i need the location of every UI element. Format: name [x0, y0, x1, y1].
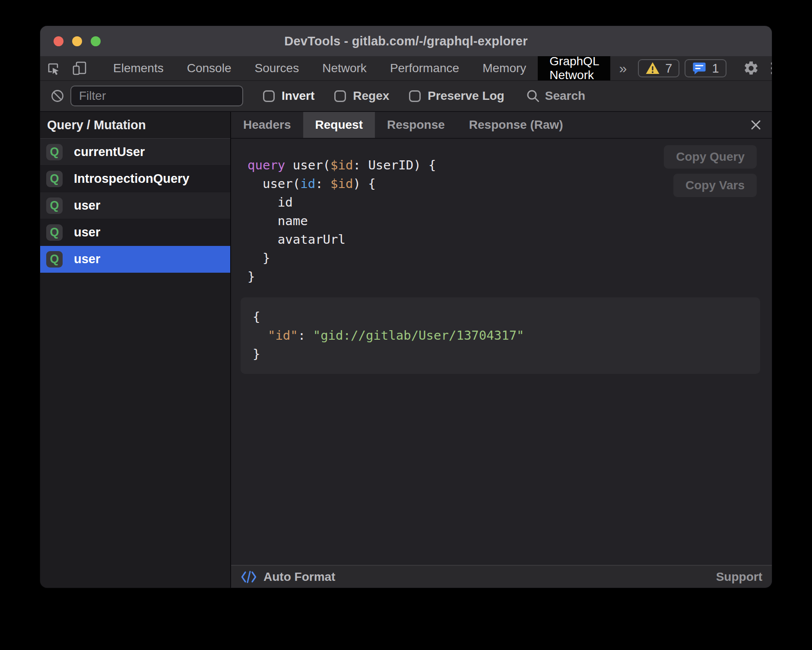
- main-tab-memory[interactable]: Memory: [471, 56, 538, 80]
- maximize-window-button[interactable]: [91, 36, 101, 46]
- support-link[interactable]: Support: [716, 570, 762, 584]
- main-tab-performance[interactable]: Performance: [378, 56, 471, 80]
- filter-input[interactable]: [70, 86, 243, 106]
- network-filter-bar: InvertRegexPreserve Log Search: [40, 81, 772, 112]
- detail-tab-response-raw[interactable]: Response (Raw): [457, 112, 575, 138]
- variables-code-line: "id": "gid://gitlab/User/13704317": [253, 326, 748, 345]
- auto-format-label: Auto Format: [263, 570, 335, 584]
- checkbox-label-preserve-log: Preserve Log: [428, 89, 504, 103]
- warning-triangle-icon: [645, 61, 660, 75]
- auto-format-button[interactable]: Auto Format: [241, 570, 335, 584]
- checkbox-regex[interactable]: Regex: [334, 89, 389, 103]
- query-list: QcurrentUserQIntrospectionQueryQuserQuse…: [40, 139, 230, 273]
- query-code-line: }: [247, 249, 772, 268]
- title-bar[interactable]: DevTools - gitlab.com/-/graphql-explorer: [40, 26, 772, 56]
- close-window-button[interactable]: [54, 36, 63, 46]
- devtools-tab-bar: ElementsConsoleSourcesNetworkPerformance…: [40, 56, 772, 81]
- warnings-badge[interactable]: 7: [638, 59, 679, 77]
- query-code-line: name: [247, 212, 772, 230]
- message-bubble-icon: [692, 61, 707, 76]
- chevron-double-right-icon: »: [619, 61, 627, 76]
- settings-button[interactable]: [738, 60, 764, 76]
- search-icon: [526, 89, 540, 103]
- query-item-label: user: [74, 252, 100, 266]
- query-code-line: }: [247, 268, 772, 286]
- main-tab-network[interactable]: Network: [311, 56, 378, 80]
- checkbox-box-invert[interactable]: [263, 90, 275, 102]
- kebab-menu-icon: [770, 60, 772, 76]
- close-detail-button[interactable]: [740, 112, 772, 138]
- code-brackets-icon: [241, 570, 257, 583]
- device-toolbar-icon: [71, 60, 88, 76]
- detail-tab-request[interactable]: Request: [303, 112, 375, 138]
- checkbox-label-regex: Regex: [353, 89, 389, 103]
- query-type-badge: Q: [46, 224, 63, 241]
- message-count: 1: [712, 61, 719, 76]
- checkbox-preserve-log[interactable]: Preserve Log: [409, 89, 504, 103]
- detail-footer: Auto Format Support: [231, 565, 772, 588]
- query-list-panel: Query / Mutation QcurrentUserQIntrospect…: [40, 112, 231, 588]
- clear-block-icon: [51, 89, 64, 103]
- query-item-user[interactable]: Quser: [40, 246, 230, 273]
- detail-tab-bar: HeadersRequestResponseResponse (Raw): [231, 112, 772, 139]
- request-detail-panel: HeadersRequestResponseResponse (Raw) que…: [231, 112, 772, 588]
- more-tabs-button[interactable]: »: [610, 56, 635, 80]
- minimize-window-button[interactable]: [72, 36, 82, 46]
- query-item-introspectionquery[interactable]: QIntrospectionQuery: [40, 166, 230, 192]
- detail-tabs: HeadersRequestResponseResponse (Raw): [231, 112, 575, 138]
- main-split: Query / Mutation QcurrentUserQIntrospect…: [40, 112, 772, 588]
- search-button[interactable]: Search: [526, 89, 585, 103]
- checkbox-box-preserve-log[interactable]: [409, 90, 421, 102]
- query-item-label: currentUser: [74, 145, 145, 159]
- devtools-window: DevTools - gitlab.com/-/graphql-explorer…: [40, 26, 772, 588]
- inspect-element-button[interactable]: [40, 56, 66, 80]
- main-tab-elements[interactable]: Elements: [102, 56, 175, 80]
- query-list-header: Query / Mutation: [40, 112, 230, 139]
- clear-requests-button[interactable]: [51, 89, 64, 103]
- query-type-badge: Q: [46, 144, 63, 160]
- filter-options: InvertRegexPreserve Log: [243, 89, 504, 103]
- panel-tabs: ElementsConsoleSourcesNetworkPerformance…: [102, 56, 610, 80]
- close-icon: [749, 118, 762, 131]
- warning-count: 7: [665, 61, 672, 76]
- query-item-currentuser[interactable]: QcurrentUser: [40, 139, 230, 166]
- query-item-label: user: [74, 225, 100, 239]
- checkbox-invert[interactable]: Invert: [263, 89, 314, 103]
- window-title: DevTools - gitlab.com/-/graphql-explorer: [284, 34, 527, 48]
- detail-tab-headers[interactable]: Headers: [231, 112, 303, 138]
- variables-code-line: }: [253, 345, 748, 363]
- query-code-line: avatarUrl: [247, 230, 772, 249]
- toggle-device-toolbar-button[interactable]: [66, 56, 93, 80]
- copy-query-button[interactable]: Copy Query: [664, 145, 757, 169]
- query-item-label: user: [74, 198, 100, 213]
- customize-devtools-button[interactable]: [764, 60, 772, 76]
- main-tab-graphql-network[interactable]: GraphQL Network: [538, 56, 610, 80]
- detail-tab-response[interactable]: Response: [375, 112, 457, 138]
- gear-icon: [743, 60, 759, 76]
- inspect-cursor-icon: [45, 61, 61, 76]
- request-tab-content: query user($id: UserID) { user(id: $id) …: [231, 139, 772, 565]
- query-type-badge: Q: [46, 198, 63, 214]
- checkbox-box-regex[interactable]: [334, 90, 346, 102]
- window-controls: [54, 26, 101, 56]
- query-type-badge: Q: [46, 171, 63, 187]
- variables-code-line: {: [253, 308, 748, 326]
- graphql-variables-box: { "id": "gid://gitlab/User/13704317"}: [241, 297, 760, 374]
- query-item-user[interactable]: Quser: [40, 192, 230, 219]
- messages-badge[interactable]: 1: [685, 59, 726, 77]
- query-item-label: IntrospectionQuery: [74, 172, 190, 186]
- query-type-badge: Q: [46, 251, 63, 268]
- search-label: Search: [545, 89, 585, 103]
- main-tab-sources[interactable]: Sources: [243, 56, 311, 80]
- copy-vars-button[interactable]: Copy Vars: [673, 174, 757, 197]
- checkbox-label-invert: Invert: [282, 89, 314, 103]
- main-tab-console[interactable]: Console: [175, 56, 243, 80]
- query-item-user[interactable]: Quser: [40, 219, 230, 246]
